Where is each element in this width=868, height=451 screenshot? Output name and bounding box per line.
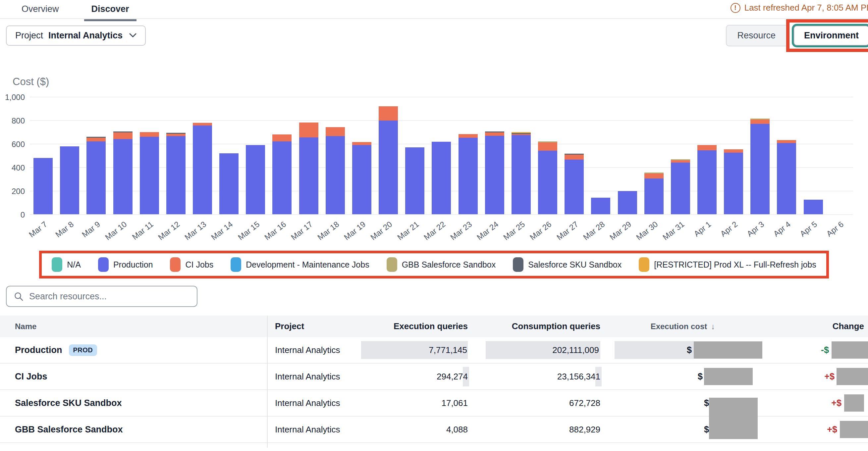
bar-mar-10[interactable]: Mar 10 [109, 96, 136, 214]
legend-item-ci-jobs[interactable]: CI Jobs [170, 257, 213, 272]
resource-name-link[interactable]: Salesforce SKU Sandbox [15, 398, 122, 408]
segment-production [618, 191, 637, 214]
legend-label: CI Jobs [185, 260, 213, 269]
project-cell: Internal Analytics [267, 398, 361, 408]
column-header-consumption-queries[interactable]: Consumption queries [468, 321, 600, 331]
segment-ci-jobs [166, 134, 186, 136]
bar-mar-24[interactable]: Mar 24 [482, 96, 508, 214]
column-header-name[interactable]: Name [0, 322, 267, 331]
sort-desc-arrow-icon[interactable]: ↓ [711, 322, 715, 331]
legend-label: GBB Salesforce Sandbox [402, 260, 496, 269]
bar-stack [777, 140, 796, 214]
consumption-queries-cell: 202,111,009 [486, 341, 600, 359]
annotation-box-legend: N/AProductionCI JobsDevelopment - Mainte… [39, 251, 829, 279]
bar-mar-7[interactable]: Mar 7 [30, 96, 56, 214]
bar-mar-18[interactable]: Mar 18 [322, 96, 348, 214]
bar-mar-13[interactable]: Mar 13 [189, 96, 216, 214]
project-filter-value: Internal Analytics [49, 30, 123, 41]
legend-label: Production [113, 260, 153, 269]
project-cell: Internal Analytics [267, 372, 361, 382]
change-sign: -$ [821, 345, 829, 355]
resource-name-link[interactable]: Production [15, 345, 62, 355]
legend-item-production[interactable]: Production [98, 257, 153, 272]
bar-mar-23[interactable]: Mar 23 [455, 96, 482, 214]
column-header-execution-queries[interactable]: Execution queries [361, 321, 468, 331]
segment-production [777, 143, 796, 214]
bar-stack [432, 142, 451, 214]
filter-toolbar: Project Internal Analytics Resource Envi… [0, 19, 868, 52]
segment-ci-jobs [671, 160, 690, 163]
bar-mar-29[interactable]: Mar 29 [614, 96, 641, 214]
bar-stack [166, 133, 186, 214]
bar-apr-3[interactable]: Apr 3 [747, 96, 773, 214]
resource-toggle-button[interactable]: Resource [726, 25, 786, 46]
segment-production [272, 141, 291, 214]
bar-mar-28[interactable]: Mar 28 [587, 96, 614, 214]
bar-mar-9[interactable]: Mar 9 [83, 96, 109, 214]
column-header-project[interactable]: Project [267, 321, 361, 331]
project-filter-dropdown[interactable]: Project Internal Analytics [6, 26, 146, 46]
bar-mar-22[interactable]: Mar 22 [428, 96, 455, 214]
bar-stack [644, 172, 663, 214]
bar-mar-12[interactable]: Mar 12 [163, 96, 189, 214]
bar-mar-31[interactable]: Mar 31 [667, 96, 694, 214]
redacted-change-value [840, 421, 868, 438]
bar-mar-11[interactable]: Mar 11 [136, 96, 163, 214]
bar-apr-6[interactable]: Apr 6 [827, 96, 853, 214]
bar-mar-15[interactable]: Mar 15 [242, 96, 269, 214]
column-header-change[interactable]: Change [765, 321, 868, 331]
cost-currency-prefix: $ [687, 345, 692, 355]
segment-production [564, 160, 584, 214]
bar-apr-5[interactable]: Apr 5 [800, 96, 827, 214]
bar-mar-27[interactable]: Mar 27 [561, 96, 587, 214]
bar-mar-14[interactable]: Mar 14 [216, 96, 242, 214]
table-header-row: Name Project Execution queries Consumpti… [0, 316, 868, 337]
bar-stack [219, 153, 239, 214]
redacted-cost-block-rows-3-4 [709, 398, 758, 439]
project-cell: Internal Analytics [267, 345, 361, 355]
table-row[interactable]: Production PROD Internal Analytics 7,771… [0, 337, 868, 363]
bar-stack [352, 142, 371, 214]
bar-mar-16[interactable]: Mar 16 [269, 96, 295, 214]
bar-stack [459, 134, 478, 214]
legend-item--restricted-prod-xl-full-refresh-jobs[interactable]: [RESTRICTED] Prod XL -- Full-Refresh job… [639, 257, 816, 272]
tab-overview[interactable]: Overview [18, 3, 62, 19]
bar-mar-17[interactable]: Mar 17 [296, 96, 322, 214]
bar-mar-26[interactable]: Mar 26 [534, 96, 561, 214]
bar-mar-25[interactable]: Mar 25 [508, 96, 534, 214]
alert-circle-icon: ! [731, 3, 740, 13]
bar-apr-1[interactable]: Apr 1 [694, 96, 720, 214]
search-box[interactable] [6, 286, 197, 307]
segment-production [485, 136, 504, 214]
segment-ci-jobs [326, 127, 345, 136]
legend-color-chip [386, 257, 397, 272]
bar-mar-30[interactable]: Mar 30 [641, 96, 667, 214]
legend-item-development-maintenance-jobs[interactable]: Development - Maintenance Jobs [230, 257, 369, 272]
y-axis-tick-label: 800 [11, 116, 25, 126]
segment-production [724, 153, 743, 214]
project-cell: Internal Analytics [267, 424, 361, 435]
segment-production [326, 136, 345, 214]
tab-discover[interactable]: Discover [88, 3, 132, 19]
bar-stack [564, 154, 584, 214]
bar-mar-19[interactable]: Mar 19 [348, 96, 375, 214]
environment-toggle-button[interactable]: Environment [794, 26, 868, 46]
bar-apr-2[interactable]: Apr 2 [720, 96, 747, 214]
legend-item-n-a[interactable]: N/A [52, 257, 81, 272]
execution-queries-cell: 7,771,145 [361, 341, 468, 359]
legend-item-gbb-salesforce-sandbox[interactable]: GBB Salesforce Sandbox [386, 257, 496, 272]
bar-mar-21[interactable]: Mar 21 [402, 96, 428, 214]
bar-stack [246, 145, 265, 214]
resource-name-link[interactable]: CI Jobs [15, 372, 48, 382]
bar-stack [326, 127, 345, 214]
search-input[interactable] [29, 291, 189, 302]
column-header-execution-cost[interactable]: Execution cost ↓ [600, 322, 765, 331]
change-sign: +$ [831, 398, 841, 408]
legend-item-salesforce-sku-sandbox[interactable]: Salesforce SKU Sandbox [513, 257, 621, 272]
resource-name-link[interactable]: GBB Salesforce Sandbox [15, 424, 123, 435]
segment-ci-jobs [724, 149, 743, 153]
bar-apr-4[interactable]: Apr 4 [773, 96, 800, 214]
bar-mar-8[interactable]: Mar 8 [56, 96, 83, 214]
table-row[interactable]: CI Jobs Internal Analytics 294,274 23,15… [0, 363, 868, 390]
bar-mar-20[interactable]: Mar 20 [375, 96, 402, 214]
